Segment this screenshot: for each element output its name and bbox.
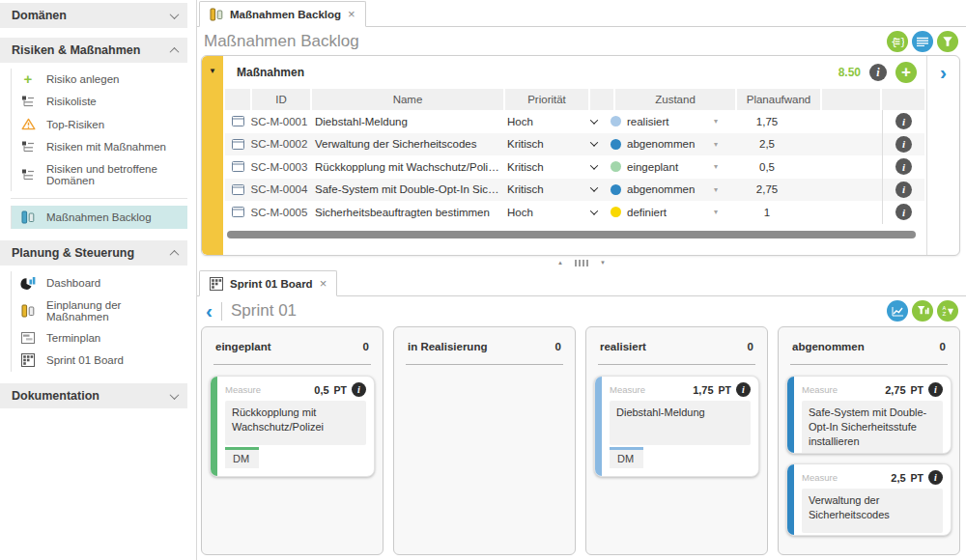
splitter-down-icon[interactable]: ▼	[600, 260, 606, 266]
info-icon[interactable]: i	[895, 136, 912, 153]
state-select[interactable]: realisiert	[625, 116, 706, 127]
tab-massnahmen-backlog[interactable]: Maßnahmen Backlog ×	[199, 1, 366, 27]
sidebar-item-risiko-anlegen[interactable]: + Risiko anlegen	[12, 69, 187, 90]
column-count: 0	[555, 341, 561, 352]
state-dropdown-icon[interactable]: ▾	[706, 185, 725, 194]
sidebar-section-domaenen[interactable]: Domänen	[0, 3, 187, 28]
sidebar-section-dokumentation[interactable]: Dokumentation	[0, 383, 187, 408]
info-icon[interactable]: i	[736, 382, 751, 397]
divider	[598, 364, 755, 365]
table-row[interactable]: SC-M-0001 Diebstahl-Meldung Hoch realisi…	[225, 110, 924, 133]
scrollbar-thumb[interactable]	[227, 231, 916, 238]
backlog-board-icon	[210, 8, 223, 21]
list-view-icon[interactable]	[912, 31, 933, 52]
splitter-grip[interactable]	[575, 260, 588, 266]
priority-dropdown-icon[interactable]	[582, 119, 606, 125]
sidebar-item-top-risiken[interactable]: Top-Risiken	[12, 113, 187, 135]
tab-sprint-board[interactable]: Sprint 01 Board ×	[199, 270, 337, 296]
filter-icon[interactable]	[937, 31, 958, 52]
sidebar-item-sprint-board[interactable]: Sprint 01 Board	[12, 349, 187, 372]
close-icon[interactable]: ×	[320, 276, 327, 291]
splitter-up-icon[interactable]: ▲	[557, 260, 563, 266]
header-name[interactable]: Name	[312, 89, 503, 110]
row-name: Verwaltung der Sicherheitscodes	[308, 138, 499, 150]
measure-card[interactable]: Measure 2,5 PT i Verwaltung der Sicherhe…	[786, 463, 952, 536]
effort-total: 8.50	[838, 66, 861, 79]
state-dropdown-icon[interactable]: ▾	[706, 208, 725, 216]
section-label: Domänen	[12, 9, 67, 22]
measure-card[interactable]: Measure 2,75 PT i Safe-System mit Double…	[786, 376, 952, 454]
sidebar-item-terminplan[interactable]: Terminplan	[12, 327, 187, 349]
sidebar-section-planung[interactable]: Planung & Steuerung	[0, 240, 187, 266]
header-state[interactable]: Zustand	[615, 89, 735, 110]
table-row[interactable]: SC-M-0005 Sicherheitsbeauftragten bestim…	[225, 201, 924, 224]
sidebar-item-massnahmen-backlog[interactable]: Maßnahmen Backlog	[12, 206, 187, 229]
chevron-left-icon[interactable]: ‹	[206, 301, 213, 321]
table-row[interactable]: SC-M-0002 Verwaltung der Sicherheitscode…	[225, 133, 924, 156]
sidebar: Domänen Risiken & Maßnahmen + Risiko anl…	[0, 0, 197, 560]
sort-filter-icon[interactable]: AZ	[937, 300, 958, 322]
column-label: in Realisierung	[408, 341, 487, 352]
priority-select[interactable]: Hoch	[499, 207, 582, 218]
state-select[interactable]: abgenommen	[625, 138, 706, 150]
state-select[interactable]: abgenommen	[625, 183, 706, 195]
pane-splitter[interactable]: ▲ ▼	[197, 256, 966, 269]
info-icon[interactable]: i	[895, 182, 912, 198]
sidebar-item-risiken-domaenen[interactable]: Risiken und betroffene Domänen	[12, 158, 187, 191]
sidebar-item-risikoliste[interactable]: Risikoliste	[12, 90, 187, 113]
state-dropdown-icon[interactable]: ▾	[706, 117, 725, 126]
section-label: Dokumentation	[12, 389, 99, 403]
column-in-realisierung: in Realisierung 0	[393, 326, 576, 555]
backlog-actions: {}	[887, 31, 958, 52]
card-effort: 2,75	[885, 384, 905, 396]
state-select[interactable]: eingeplant	[625, 161, 706, 173]
info-icon[interactable]: i	[928, 382, 943, 397]
state-select[interactable]: definiert	[625, 207, 706, 218]
filter-chart-icon[interactable]	[912, 300, 933, 322]
info-icon[interactable]: i	[895, 113, 912, 129]
measure-card[interactable]: Measure 0,5 PT i Rückkopplung mit Wachsc…	[210, 376, 375, 477]
gantt-icon	[20, 332, 36, 344]
priority-select[interactable]: Hoch	[499, 116, 582, 127]
sidebar-section-risiken[interactable]: Risiken & Maßnahmen	[0, 38, 187, 63]
collapse-triangle-icon: ▼	[209, 67, 216, 255]
burndown-chart-icon[interactable]	[887, 300, 908, 322]
priority-dropdown-icon[interactable]	[582, 141, 606, 147]
info-icon[interactable]: i	[895, 158, 912, 175]
priority-select[interactable]: Kritisch	[499, 183, 582, 195]
card-effort-unit: PT	[334, 384, 347, 396]
state-dropdown-icon[interactable]: ▾	[706, 162, 725, 171]
card-type-label: Measure	[802, 472, 886, 483]
priority-dropdown-icon[interactable]	[582, 186, 606, 192]
header-priority[interactable]: Priorität	[505, 89, 588, 110]
info-icon[interactable]: i	[869, 64, 887, 81]
priority-dropdown-icon[interactable]	[582, 164, 606, 170]
attributes-icon[interactable]: {}	[887, 31, 908, 52]
priority-select[interactable]: Kritisch	[499, 138, 582, 150]
chevron-right-icon[interactable]: ›	[940, 62, 947, 255]
row-id: SC-M-0004	[250, 183, 308, 195]
info-icon[interactable]: i	[352, 382, 366, 397]
priority-dropdown-icon[interactable]	[582, 210, 606, 215]
horizontal-scrollbar[interactable]	[227, 231, 923, 238]
measure-card-icon	[225, 116, 250, 126]
info-icon[interactable]: i	[895, 204, 912, 220]
panel-collapse-stripe[interactable]: ▼	[202, 56, 223, 255]
sprint-head: ‹ Sprint 01 AZ	[197, 296, 966, 323]
sidebar-item-risiken-mit-massnahmen[interactable]: Risiken mit Maßnahmen	[12, 135, 187, 158]
header-id[interactable]: ID	[252, 89, 310, 110]
state-dropdown-icon[interactable]: ▾	[706, 140, 725, 149]
sidebar-item-dashboard[interactable]: Dashboard	[12, 271, 187, 294]
info-icon[interactable]: i	[928, 470, 943, 485]
table-row[interactable]: SC-M-0004 Safe-System mit Double-Opt-In …	[225, 179, 924, 202]
measure-card-icon	[225, 207, 250, 217]
measure-card[interactable]: Measure 1,75 PT i Diebstahl-Meldung DM	[594, 376, 759, 477]
add-measure-button[interactable]: +	[895, 62, 917, 83]
priority-select[interactable]: Kritisch	[499, 161, 582, 173]
table-row[interactable]: SC-M-0003 Rückkopplung mit Wachschutz/Po…	[225, 155, 924, 179]
measure-card-icon	[225, 139, 250, 150]
sidebar-item-einplanung[interactable]: Einplanung der Maßnahmen	[12, 294, 187, 327]
panel-expand-strip: ›	[926, 56, 959, 255]
header-effort[interactable]: Planaufwand	[737, 89, 820, 110]
close-icon[interactable]: ×	[348, 7, 355, 21]
